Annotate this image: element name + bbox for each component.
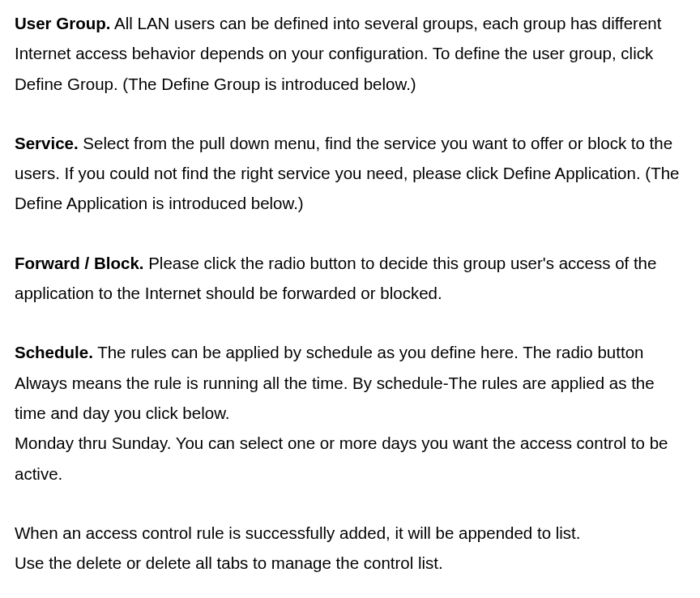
heading-service: Service. bbox=[15, 134, 79, 152]
section-service: Service. Select from the pull down menu,… bbox=[15, 128, 685, 219]
heading-forward-block: Forward / Block. bbox=[15, 254, 143, 272]
footer-line-2: Use the delete or delete all tabs to man… bbox=[15, 553, 443, 572]
footer-line-1: When an access control rule is successfu… bbox=[15, 523, 581, 542]
section-schedule: Schedule. The rules can be applied by sc… bbox=[15, 337, 685, 488]
body-user-group: All LAN users can be defined into severa… bbox=[15, 14, 661, 93]
body-schedule-1: The rules can be applied by schedule as … bbox=[15, 343, 655, 422]
body-service: Select from the pull down menu, find the… bbox=[15, 134, 679, 213]
section-forward-block: Forward / Block. Please click the radio … bbox=[15, 248, 685, 309]
heading-schedule: Schedule. bbox=[15, 343, 93, 361]
body-schedule-2: Monday thru Sunday. You can select one o… bbox=[15, 434, 668, 482]
section-footer: When an access control rule is successfu… bbox=[15, 518, 685, 579]
heading-user-group: User Group. bbox=[15, 14, 110, 32]
section-user-group: User Group. All LAN users can be defined… bbox=[15, 8, 685, 99]
